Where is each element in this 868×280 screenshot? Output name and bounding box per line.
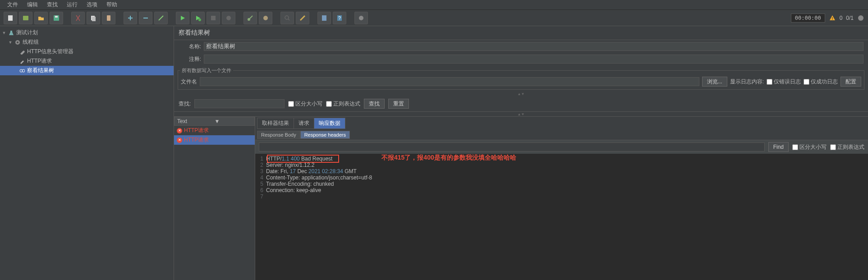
only-success-checkbox[interactable] [804, 79, 809, 85]
case-label: 区分大小写 [295, 100, 322, 108]
chevron-down-icon[interactable]: ▼ [213, 118, 252, 124]
code-text: HTTP/1.1 400 Bad Request [266, 156, 332, 162]
save-button[interactable] [50, 12, 63, 24]
subtab-body[interactable]: Response Body [257, 131, 300, 139]
tree-toggle-icon[interactable]: ▼ [8, 40, 13, 45]
start-button[interactable] [176, 12, 189, 24]
render-dropdown-label: Text [177, 118, 213, 124]
function-helper-button[interactable] [317, 12, 331, 24]
only-error-label: 仅错误日志 [774, 78, 801, 86]
clear-button[interactable] [243, 12, 257, 24]
configure-button[interactable]: 配置 [840, 77, 861, 87]
help-button[interactable]: ? [333, 12, 346, 24]
extras-button[interactable] [354, 12, 368, 24]
response-headers-text[interactable]: 不报415了，报400是有的参数我没填全哈哈哈哈 1HTTP/1.1 400 B… [255, 154, 868, 280]
find-button[interactable]: 查找 [364, 99, 385, 109]
expand-button[interactable] [124, 12, 137, 24]
comment-input[interactable] [204, 55, 863, 64]
menu-search[interactable]: 查找 [43, 0, 61, 9]
stop-button[interactable] [207, 12, 220, 24]
collapse-button[interactable] [139, 12, 152, 24]
menu-bar: 文件 编辑 查找 运行 选项 帮助 [0, 0, 868, 10]
code-text: Server: nginx/1.12.2 [266, 162, 314, 168]
pipette-icon [19, 58, 25, 64]
tree-test-plan[interactable]: ▼ 测试计划 [0, 28, 174, 37]
tree-thread-group[interactable]: ▼ 线程组 [0, 37, 174, 47]
menu-file[interactable]: 文件 [4, 0, 22, 9]
line-number: 3 [257, 168, 266, 174]
name-input[interactable] [204, 42, 863, 51]
tree-label: 察看结果树 [27, 67, 54, 74]
tree-results-tree[interactable]: 察看结果树 [0, 66, 174, 75]
collapse-handle-2[interactable]: ▲▼ [174, 112, 868, 116]
start-no-pause-button[interactable] [191, 12, 205, 24]
toggle-button[interactable] [154, 12, 168, 24]
reset-search-button[interactable] [296, 12, 309, 24]
browse-button[interactable]: 浏览... [702, 77, 727, 87]
elapsed-timer: 00:00:00 [791, 14, 825, 23]
response-case-checkbox[interactable] [792, 144, 798, 150]
filename-label: 文件名 [181, 78, 197, 86]
templates-button[interactable] [19, 12, 32, 24]
filename-input[interactable] [200, 77, 699, 86]
case-checkbox[interactable] [288, 101, 294, 107]
only-success-label: 仅成功日志 [811, 78, 838, 86]
tab-request[interactable]: 请求 [294, 118, 314, 129]
subtab-headers[interactable]: Response headers [300, 131, 350, 139]
menu-help[interactable]: 帮助 [103, 0, 121, 9]
svg-point-12 [285, 16, 289, 19]
only-error-checkbox[interactable] [767, 79, 772, 85]
search-input[interactable] [194, 99, 285, 108]
code-text: Date: Fri, 17 Dec 2021 02:28:34 GMT [266, 168, 357, 174]
sampler-result-item[interactable]: ✕ HTTP请求 [174, 126, 255, 135]
open-button[interactable] [34, 12, 48, 24]
render-dropdown[interactable]: Text ▼ [174, 117, 255, 126]
show-log-label: 显示日志内容: [730, 78, 764, 86]
search-button[interactable] [280, 12, 294, 24]
tree-http-request[interactable]: HTTP请求 [0, 56, 174, 66]
regex-label: 正则表达式 [333, 100, 360, 108]
error-icon: ✕ [177, 138, 182, 143]
cut-button[interactable] [71, 12, 85, 24]
goggles-icon [19, 68, 25, 74]
svg-rect-8 [211, 16, 216, 20]
detail-panel: 取样器结果 请求 响应数据 Response Body Response hea… [255, 117, 868, 280]
tree-toggle-icon[interactable]: ▼ [2, 31, 6, 35]
svg-rect-0 [8, 15, 13, 21]
test-plan-tree[interactable]: ▼ 测试计划 ▼ 线程组 HTTP信息头管理器 HTTP请求 察看结果树 [0, 26, 174, 280]
sampler-item-label: HTTP请求 [184, 127, 209, 134]
code-text: Connection: keep-alive [266, 187, 321, 193]
svg-rect-1 [23, 16, 28, 20]
response-find-input[interactable] [259, 142, 765, 151]
tab-response[interactable]: 响应数据 [314, 118, 345, 129]
code-text: Content-Type: application/json;charset=u… [266, 174, 372, 181]
new-button[interactable] [4, 12, 17, 24]
response-regex-checkbox[interactable] [830, 144, 836, 150]
tab-sampler-result[interactable]: 取样器结果 [257, 118, 294, 129]
copy-button[interactable] [87, 12, 100, 24]
regex-checkbox[interactable] [326, 101, 332, 107]
file-output-fieldset: 所有数据写入一个文件 文件名 浏览... 显示日志内容: 仅错误日志 仅成功日志… [178, 67, 864, 90]
paste-button[interactable] [102, 12, 115, 24]
svg-rect-9 [226, 16, 231, 20]
svg-text:?: ? [338, 16, 341, 21]
collapse-handle[interactable]: ▲▼ [174, 92, 868, 96]
menu-edit[interactable]: 编辑 [23, 0, 41, 9]
menu-options[interactable]: 选项 [83, 0, 101, 9]
response-find-button[interactable]: Find [768, 142, 789, 152]
main-area: ▼ 测试计划 ▼ 线程组 HTTP信息头管理器 HTTP请求 察看结果树 察看结… [0, 26, 868, 280]
clear-all-button[interactable] [259, 12, 272, 24]
shutdown-button[interactable] [222, 12, 235, 24]
line-number: 1 [257, 156, 266, 162]
svg-rect-13 [322, 15, 326, 21]
reset-button[interactable]: 重置 [388, 99, 409, 109]
menu-run[interactable]: 运行 [63, 0, 81, 9]
tree-header-manager[interactable]: HTTP信息头管理器 [0, 47, 174, 56]
panel-title: 察看结果树 [174, 26, 868, 40]
sampler-result-item[interactable]: ✕ HTTP请求 [174, 135, 255, 145]
sampler-items[interactable]: ✕ HTTP请求 ✕ HTTP请求 [174, 126, 255, 280]
fieldset-legend: 所有数据写入一个文件 [180, 67, 233, 74]
gear-icon [14, 39, 21, 46]
results-area: Text ▼ ✕ HTTP请求 ✕ HTTP请求 取样器结果 [174, 116, 868, 280]
response-regex-label: 正则表达式 [837, 143, 864, 151]
